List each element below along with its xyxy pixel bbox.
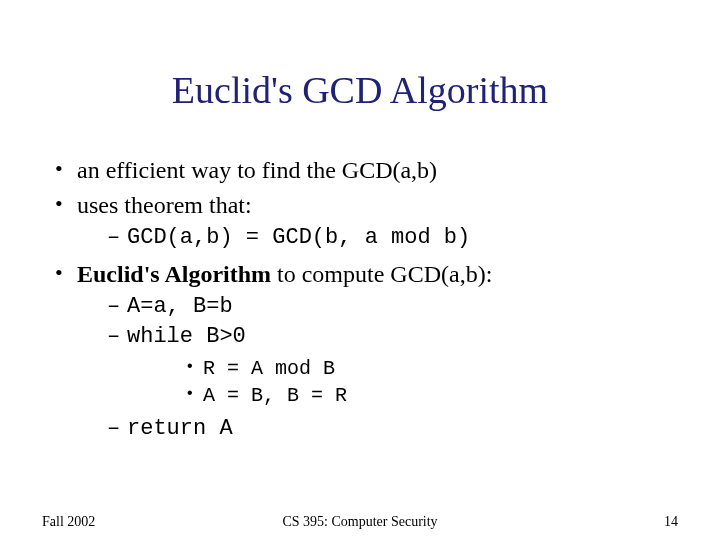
sub-text: return A xyxy=(127,416,233,441)
bullet-list: an efficient way to find the GCD(a,b) us… xyxy=(55,155,675,443)
sub-item: while B>0 R = A mod B A = B, B = R xyxy=(107,323,675,408)
bullet-text: an efficient way to find the GCD(a,b) xyxy=(77,157,437,183)
bullet-item: uses theorem that: GCD(a,b) = GCD(b, a m… xyxy=(55,190,675,253)
bullet-text: uses theorem that: xyxy=(77,192,252,218)
sub-item: A=a, B=b xyxy=(107,293,675,321)
sub-item: GCD(a,b) = GCD(b, a mod b) xyxy=(107,224,675,252)
sub-item: return A xyxy=(107,415,675,443)
sub-text: A=a, B=b xyxy=(127,294,233,319)
subsub-item: R = A mod B xyxy=(185,356,675,382)
slide-title: Euclid's GCD Algorithm xyxy=(0,68,720,112)
subsub-text: R = A mod B xyxy=(203,357,335,380)
footer-center: CS 395: Computer Security xyxy=(0,514,720,530)
slide-body: an efficient way to find the GCD(a,b) us… xyxy=(55,155,675,449)
bullet-item: an efficient way to find the GCD(a,b) xyxy=(55,155,675,186)
sub-text: while B>0 xyxy=(127,324,246,349)
sub-list: A=a, B=b while B>0 R = A mod B A = B, B … xyxy=(77,293,675,443)
bullet-item: Euclid's Algorithm to compute GCD(a,b): … xyxy=(55,259,675,443)
sub-list: GCD(a,b) = GCD(b, a mod b) xyxy=(77,224,675,252)
slide: Euclid's GCD Algorithm an efficient way … xyxy=(0,0,720,540)
subsub-list: R = A mod B A = B, B = R xyxy=(127,356,675,409)
footer-right: 14 xyxy=(664,514,678,530)
subsub-item: A = B, B = R xyxy=(185,383,675,409)
subsub-text: A = B, B = R xyxy=(203,384,347,407)
bullet-text: to compute GCD(a,b): xyxy=(271,261,492,287)
bullet-text-bold: Euclid's Algorithm xyxy=(77,261,271,287)
sub-text: GCD(a,b) = GCD(b, a mod b) xyxy=(127,225,470,250)
